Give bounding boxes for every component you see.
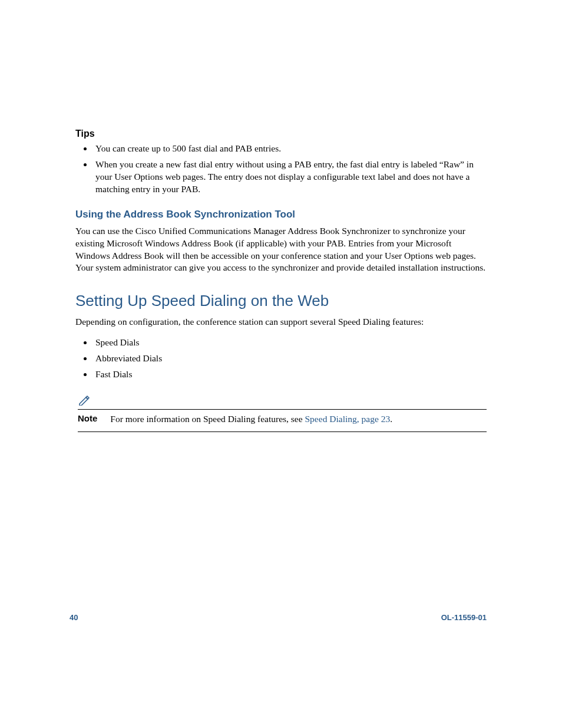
section-heading: Setting Up Speed Dialing on the Web xyxy=(75,292,487,310)
note-text-before: For more information on Speed Dialing fe… xyxy=(110,414,305,424)
body-paragraph: You can use the Cisco Unified Communicat… xyxy=(75,225,487,275)
document-page: Tips You can create up to 500 fast dial … xyxy=(0,0,562,728)
pencil-icon xyxy=(78,394,92,408)
list-item: Fast Dials xyxy=(93,368,487,381)
list-item: Speed Dials xyxy=(93,337,487,349)
page-footer: 40 OL-11559-01 xyxy=(70,613,487,622)
list-item: Abbreviated Dials xyxy=(93,353,487,365)
page-number: 40 xyxy=(70,613,78,622)
note-block: Note For more information on Speed Diali… xyxy=(78,409,487,432)
note-text-after: . xyxy=(390,414,392,424)
document-id: OL-11559-01 xyxy=(441,613,487,622)
subsection-heading: Using the Address Book Synchronization T… xyxy=(75,209,487,220)
note-label: Note xyxy=(78,413,97,423)
feature-list: Speed Dials Abbreviated Dials Fast Dials xyxy=(75,337,487,381)
body-paragraph: Depending on configuration, the conferen… xyxy=(75,316,487,328)
speed-dialing-link[interactable]: Speed Dialing, page 23 xyxy=(305,414,391,424)
note-text: For more information on Speed Dialing fe… xyxy=(110,413,487,426)
tips-list: You can create up to 500 fast dial and P… xyxy=(75,143,487,196)
list-item: When you create a new fast dial entry wi… xyxy=(93,159,487,196)
list-item: You can create up to 500 fast dial and P… xyxy=(93,143,487,155)
tips-heading: Tips xyxy=(75,129,487,139)
